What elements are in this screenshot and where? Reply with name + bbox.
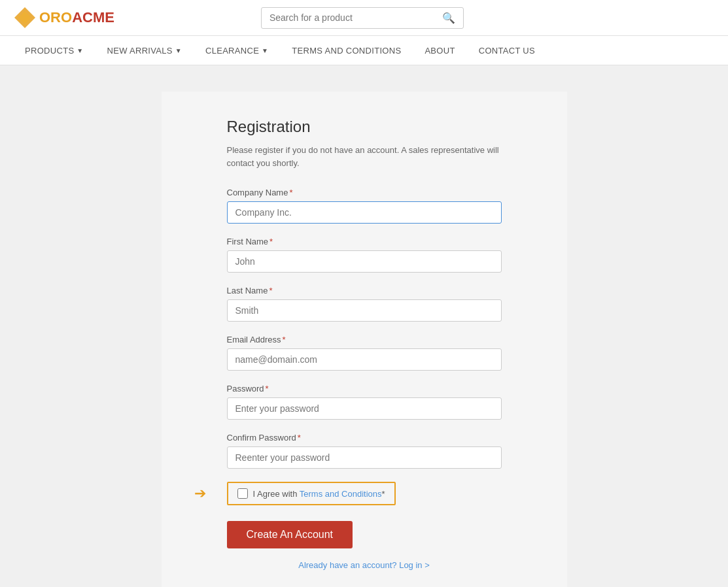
email-input[interactable] <box>227 348 502 371</box>
chevron-down-icon: ▼ <box>175 47 182 54</box>
registration-card: Registration Please register if you do n… <box>162 92 567 587</box>
last-name-label: Last Name* <box>227 286 502 295</box>
arrow-indicator-icon: ➔ <box>194 485 206 502</box>
password-input[interactable] <box>227 397 502 420</box>
logo-icon <box>13 6 37 29</box>
create-account-button[interactable]: Create An Account <box>227 521 353 548</box>
last-name-input[interactable] <box>227 299 502 322</box>
search-input[interactable] <box>269 12 442 23</box>
logo-oro-text: ORO <box>39 9 72 25</box>
company-name-label: Company Name* <box>227 188 502 197</box>
nav-item-new-arrivals[interactable]: NEW ARRIVALS ▼ <box>95 36 194 65</box>
search-icon: 🔍 <box>442 12 455 24</box>
registration-title: Registration <box>227 118 502 136</box>
nav-item-products[interactable]: PRODUCTS ▼ <box>13 36 95 65</box>
first-name-group: First Name* <box>227 237 502 273</box>
first-name-input[interactable] <box>227 250 502 273</box>
last-name-group: Last Name* <box>227 286 502 322</box>
email-group: Email Address* <box>227 335 502 371</box>
nav-item-about[interactable]: ABOUT <box>413 36 466 65</box>
header: OROACME 🔍 <box>0 0 728 36</box>
logo-acme-text: ACME <box>72 9 114 25</box>
password-label: Password* <box>227 384 502 394</box>
terms-link[interactable]: Terms and Conditions <box>300 489 382 499</box>
login-link[interactable]: Already have an account? Log in > <box>227 560 502 570</box>
chevron-down-icon: ▼ <box>262 47 268 54</box>
search-bar[interactable]: 🔍 <box>261 7 464 29</box>
confirm-password-group: Confirm Password* <box>227 433 502 469</box>
terms-row: ➔ I Agree with Terms and Conditions* <box>227 482 502 505</box>
chevron-down-icon: ▼ <box>77 47 83 54</box>
main-content: Registration Please register if you do n… <box>0 65 728 587</box>
email-label: Email Address* <box>227 335 502 344</box>
logo[interactable]: OROACME <box>13 6 114 29</box>
confirm-password-label: Confirm Password* <box>227 433 502 443</box>
company-name-group: Company Name* <box>227 188 502 224</box>
terms-box: I Agree with Terms and Conditions* <box>227 482 396 505</box>
nav-item-clearance[interactable]: CLEARANCE ▼ <box>194 36 280 65</box>
nav-item-terms[interactable]: TERMS AND CONDITIONS <box>280 36 413 65</box>
registration-description: Please register if you do not have an ac… <box>227 144 502 169</box>
password-group: Password* <box>227 384 502 420</box>
terms-checkbox[interactable] <box>237 488 248 499</box>
confirm-password-input[interactable] <box>227 446 502 469</box>
company-name-input[interactable] <box>227 201 502 224</box>
nav-item-contact[interactable]: CONTACT US <box>467 36 547 65</box>
nav: PRODUCTS ▼ NEW ARRIVALS ▼ CLEARANCE ▼ TE… <box>0 36 728 65</box>
first-name-label: First Name* <box>227 237 502 246</box>
